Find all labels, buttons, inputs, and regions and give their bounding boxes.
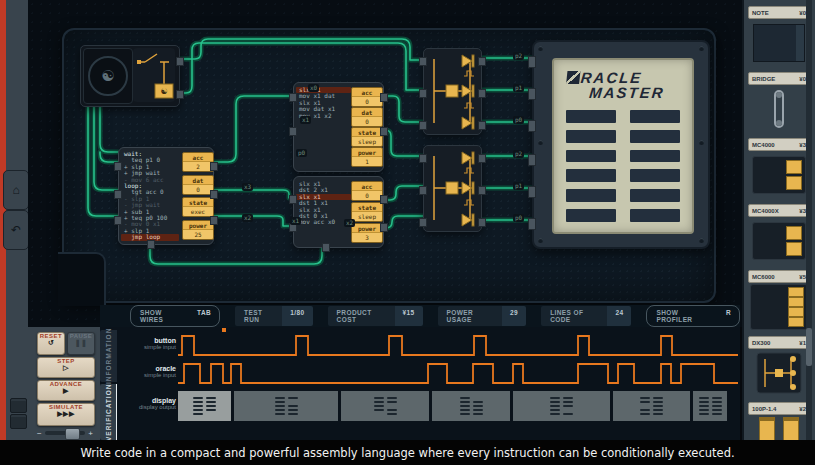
toolbar-show-profiler[interactable]: SHOW PROFILERR: [646, 305, 740, 327]
tab-verification[interactable]: VERIFICATION: [100, 384, 117, 440]
svg-text:☯: ☯: [160, 87, 167, 96]
scrollbar-handle[interactable]: [806, 328, 812, 366]
display-state-block: [693, 391, 727, 421]
sidebar-item-100p-1.4[interactable]: 100P-1.4¥2: [748, 402, 810, 440]
tab-information[interactable]: INFORMATION: [100, 330, 117, 382]
chip2-thumbnail: [748, 151, 810, 198]
pin: [210, 162, 218, 171]
register-state: stateexec: [182, 197, 214, 217]
component-sidebar[interactable]: NOTE¥0BRIDGE¥0MC4000¥3MC4000X¥3MC6000¥5D…: [742, 0, 815, 440]
button-schematic: ☯: [133, 48, 175, 102]
dx300-top-chip[interactable]: [423, 48, 482, 135]
sidebar-item-bridge[interactable]: BRIDGE¥0: [748, 72, 810, 132]
button-face: ☯: [83, 48, 133, 104]
sidebar-item-dx300[interactable]: DX300¥1: [748, 336, 810, 396]
oracle-segment: [630, 110, 680, 123]
button-input-component[interactable]: ☯ ☯: [80, 45, 180, 107]
wire-label-p1: p1: [513, 84, 524, 92]
sidebar-item-mc6000[interactable]: MC6000¥5: [748, 270, 810, 330]
toolbar-power-usage: POWER USAGE29: [438, 306, 527, 326]
display-output-strip: [178, 391, 738, 421]
oracle-screen: RACLE MASTER: [552, 58, 694, 234]
oracle-master-device[interactable]: RACLE MASTER: [532, 40, 710, 249]
circuit-canvas[interactable]: ☯ ☯ wait: teq p1 0+ slp 1+ jmp wait- mov…: [28, 0, 742, 327]
pin: [528, 88, 536, 100]
slider-track[interactable]: [45, 431, 86, 435]
signal-label-button: buttonsimple input: [120, 337, 176, 350]
mc6000-left-block[interactable]: wait: teq p1 0+ slp 1+ jmp wait- mov 6 a…: [118, 147, 214, 245]
toolbar-test-run: TEST RUN1/80: [235, 306, 313, 326]
minus-icon[interactable]: −: [37, 429, 42, 438]
wire-label-x3: x3: [242, 183, 253, 191]
yinyang-emblem-icon: ☯: [88, 56, 128, 96]
pin: [322, 243, 330, 252]
oracle-segment: [630, 209, 680, 222]
sidebar-item-mc4000[interactable]: MC4000¥3: [748, 138, 810, 198]
reset-icon: ↺: [38, 339, 64, 348]
rail-widget-top[interactable]: [10, 398, 27, 413]
code-editor[interactable]: slx x1mov x1 datslx x1mov dat x1mov x1 x…: [296, 87, 351, 119]
rail-widget-bottom[interactable]: [10, 414, 27, 429]
register-acc: acc0: [351, 181, 383, 201]
pin: [176, 90, 184, 99]
toolbar-lines-of-code: LINES OF CODE24: [541, 306, 631, 326]
pin: [419, 186, 427, 195]
undo-icon: ↶: [11, 223, 21, 237]
pin: [114, 216, 122, 225]
pin: [478, 154, 486, 163]
mc4000x-mid-bottom-block[interactable]: slx x1dst 2 x1slx x1dst 1 x1slx x1dst 0 …: [293, 176, 384, 248]
slider-knob[interactable]: [65, 428, 80, 440]
toolbar-show-wires[interactable]: SHOW WIRESTAB: [130, 305, 220, 327]
oracle-segment: [566, 209, 616, 222]
pin: [478, 89, 486, 98]
pin: [419, 89, 427, 98]
signal-label-display: displaydisplay output: [120, 397, 176, 410]
pin: [478, 57, 486, 66]
wire-label-x1: x1: [300, 116, 311, 124]
pin: [528, 218, 536, 230]
step-button[interactable]: STEP▷: [37, 357, 95, 378]
plus-icon[interactable]: +: [88, 429, 93, 438]
oracle-logo-icon: [566, 71, 580, 84]
register-column: acc0dat0statesleeppower1: [351, 87, 383, 167]
toolbar-product-cost: PRODUCT COST¥15: [328, 306, 423, 326]
mc6000-mid-top-block[interactable]: slx x1mov x1 datslx x1mov dat x1mov x1 x…: [293, 82, 384, 172]
pause-button[interactable]: PAUSE❚❚: [67, 332, 95, 355]
oracle-segment: [566, 110, 616, 123]
wire-label-p2: p2: [513, 52, 524, 60]
signal-label-oracle: oraclesimple input: [120, 365, 176, 378]
dip-thumbnail: [748, 415, 810, 440]
oracle-segment: [566, 130, 616, 143]
reset-button[interactable]: RESET↺: [37, 332, 65, 355]
wire-label-p0: p0: [296, 149, 307, 157]
register-power: power1: [351, 147, 383, 167]
register-state: statesleep: [351, 202, 383, 222]
pin: [419, 121, 427, 130]
home-button[interactable]: ⌂: [3, 170, 29, 210]
pin: [419, 154, 427, 163]
display-state-block: [432, 391, 510, 421]
register-power: power3: [351, 223, 383, 243]
sidebar-item-note[interactable]: NOTE¥0: [748, 6, 810, 66]
pin: [176, 57, 184, 66]
sidebar-item-mc4000x[interactable]: MC4000X¥3: [748, 204, 810, 264]
oracle-segment: [630, 150, 680, 163]
dx300-bottom-chip[interactable]: [423, 145, 482, 232]
pin: [478, 121, 486, 130]
undo-button[interactable]: ↶: [3, 210, 29, 250]
oracle-segment: [566, 169, 616, 182]
simulation-controls: RESET↺ PAUSE❚❚ STEP▷ ADVANCE▶ SIMULATE▶▶…: [28, 327, 100, 442]
advance-button[interactable]: ADVANCE▶: [37, 380, 95, 401]
wire-label-p2: p2: [513, 150, 524, 158]
oracle-logo: RACLE MASTER: [564, 70, 666, 100]
pin: [114, 190, 122, 199]
advance-icon: ▶: [38, 387, 94, 396]
sidebar-scrollbar[interactable]: [806, 0, 812, 440]
simulate-button[interactable]: SIMULATE▶▶▶: [37, 403, 95, 426]
code-editor[interactable]: wait: teq p1 0+ slp 1+ jmp wait- mov 6 a…: [121, 151, 179, 241]
speed-slider[interactable]: − +: [37, 428, 93, 438]
pin: [114, 162, 122, 171]
code-editor[interactable]: slx x1dst 2 x1slx x1dst 1 x1slx x1dst 0 …: [296, 181, 351, 226]
wire-label-x0: x0: [308, 84, 319, 92]
wire-label-x1: x1: [290, 217, 301, 225]
